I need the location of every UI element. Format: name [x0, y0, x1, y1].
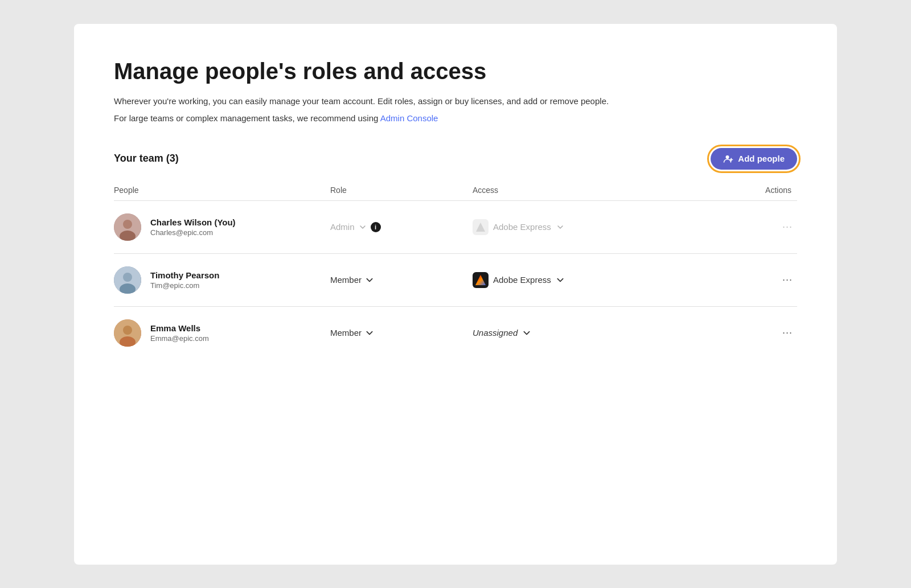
- adobe-express-logo-charles: [473, 219, 489, 235]
- more-actions-button-emma[interactable]: ···: [778, 324, 797, 341]
- role-text-charles: Admin: [330, 222, 355, 232]
- info-icon-charles[interactable]: i: [371, 222, 381, 232]
- col-actions: Actions: [729, 186, 797, 195]
- person-info-emma: Emma Wells Emma@epic.com: [150, 323, 209, 343]
- svg-point-12: [123, 326, 132, 335]
- chevron-down-icon-access-emma[interactable]: [522, 328, 531, 338]
- table-header-row: People Role Access Actions: [114, 186, 797, 200]
- access-cell-timothy: Adobe Express: [473, 272, 729, 288]
- main-content: Manage people's roles and access Whereve…: [74, 24, 837, 565]
- avatar-timothy: [114, 266, 141, 294]
- actions-cell-charles: ···: [729, 219, 797, 235]
- actions-cell-emma: ···: [729, 324, 797, 341]
- page-title: Manage people's roles and access: [114, 58, 797, 84]
- table-row: Emma Wells Emma@epic.com Member Unassign…: [114, 306, 797, 359]
- team-header: Your team (3) Add people: [114, 148, 797, 170]
- access-text-charles: Adobe Express: [493, 222, 551, 232]
- page-description-line2: For large teams or complex management ta…: [114, 112, 797, 125]
- col-people: People: [114, 186, 330, 195]
- role-text-timothy: Member: [330, 275, 362, 285]
- role-text-emma: Member: [330, 328, 362, 338]
- person-email-charles: Charles@epic.com: [150, 228, 236, 237]
- role-cell-timothy: Member: [330, 275, 473, 285]
- person-cell-charles: Charles Wilson (You) Charles@epic.com: [114, 213, 330, 241]
- table-row: Timothy Pearson Tim@epic.com Member: [114, 253, 797, 306]
- chevron-down-icon-emma[interactable]: [365, 328, 374, 338]
- more-actions-button-timothy[interactable]: ···: [778, 272, 797, 288]
- more-actions-button-charles: ···: [778, 219, 797, 235]
- svg-point-4: [123, 220, 132, 229]
- admin-console-link[interactable]: Admin Console: [380, 113, 438, 123]
- person-name-emma: Emma Wells: [150, 323, 209, 333]
- adobe-express-logo-timothy: [473, 272, 489, 288]
- person-info-charles: Charles Wilson (You) Charles@epic.com: [150, 217, 236, 237]
- add-person-icon: [723, 154, 733, 164]
- role-cell-emma: Member: [330, 328, 473, 338]
- person-email-emma: Emma@epic.com: [150, 334, 209, 343]
- person-email-timothy: Tim@epic.com: [150, 281, 219, 290]
- person-cell-timothy: Timothy Pearson Tim@epic.com: [114, 266, 330, 294]
- col-role: Role: [330, 186, 473, 195]
- chevron-down-icon-charles: [358, 223, 367, 232]
- person-info-timothy: Timothy Pearson Tim@epic.com: [150, 270, 219, 290]
- access-text-timothy: Adobe Express: [493, 275, 551, 285]
- actions-cell-timothy: ···: [729, 272, 797, 288]
- chevron-down-icon-access-charles: [556, 223, 565, 232]
- table-row: Charles Wilson (You) Charles@epic.com Ad…: [114, 200, 797, 253]
- svg-point-0: [726, 155, 729, 159]
- access-cell-emma: Unassigned: [473, 328, 729, 338]
- role-cell-charles: Admin i: [330, 222, 473, 232]
- avatar-emma: [114, 319, 141, 347]
- person-name-timothy: Timothy Pearson: [150, 270, 219, 280]
- team-heading: Your team (3): [114, 153, 179, 165]
- person-name-charles: Charles Wilson (You): [150, 217, 236, 227]
- chevron-down-icon-access-timothy[interactable]: [556, 276, 565, 285]
- chevron-down-icon-timothy[interactable]: [365, 276, 374, 285]
- add-people-button[interactable]: Add people: [711, 148, 797, 170]
- page-description-line1: Wherever you're working, you can easily …: [114, 94, 797, 108]
- col-access: Access: [473, 186, 729, 195]
- person-cell-emma: Emma Wells Emma@epic.com: [114, 319, 330, 347]
- access-cell-charles: Adobe Express: [473, 219, 729, 235]
- people-table: People Role Access Actions Charles Wilso…: [114, 186, 797, 359]
- svg-marker-6: [476, 223, 485, 232]
- svg-marker-10: [475, 275, 486, 285]
- svg-point-8: [123, 273, 132, 282]
- access-text-emma: Unassigned: [473, 328, 518, 338]
- avatar-charles: [114, 213, 141, 241]
